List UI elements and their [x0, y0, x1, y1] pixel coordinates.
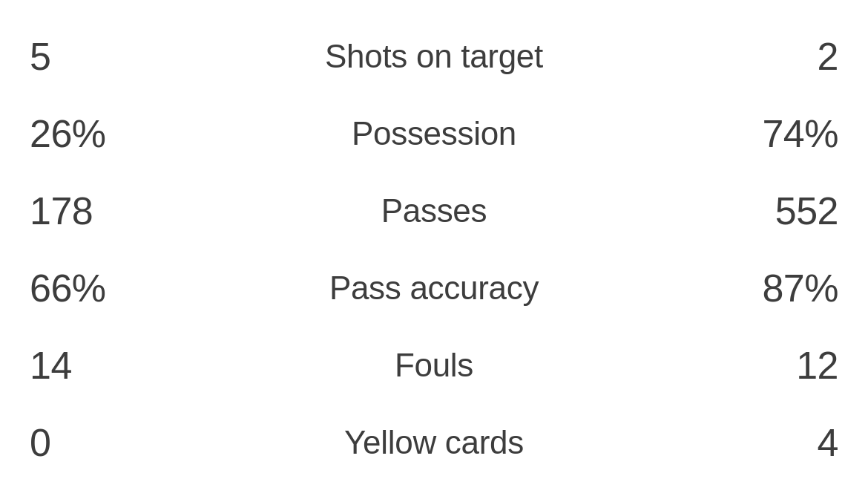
- stat-value-left-1: 26%: [30, 111, 178, 156]
- stat-label-5: Yellow cards: [178, 424, 690, 461]
- stat-value-left-2: 178: [30, 189, 178, 233]
- stat-row: 178Passes552: [30, 172, 838, 250]
- stat-row: 14Fouls12: [30, 327, 838, 404]
- stat-label-2: Passes: [178, 192, 690, 229]
- stat-label-0: Shots on target: [178, 38, 690, 75]
- stat-row: 66%Pass accuracy87%: [30, 250, 838, 327]
- stats-table: 5Shots on target226%Possession74%178Pass…: [0, 18, 868, 481]
- stat-value-left-3: 66%: [30, 266, 178, 310]
- stat-value-right-1: 74%: [690, 111, 838, 156]
- stat-value-right-4: 12: [690, 343, 838, 388]
- stat-value-right-0: 2: [690, 34, 838, 79]
- stat-value-right-5: 4: [690, 420, 838, 465]
- stat-row: 5Shots on target2: [30, 18, 838, 95]
- stat-value-right-3: 87%: [690, 266, 838, 310]
- stat-label-3: Pass accuracy: [178, 270, 690, 307]
- stat-value-left-0: 5: [30, 34, 178, 79]
- stat-label-4: Fouls: [178, 347, 690, 384]
- stat-value-left-5: 0: [30, 420, 178, 465]
- stat-row: 0Yellow cards4: [30, 404, 838, 481]
- stat-label-1: Possession: [178, 115, 690, 152]
- stat-value-right-2: 552: [690, 189, 838, 233]
- stat-row: 26%Possession74%: [30, 95, 838, 172]
- stat-value-left-4: 14: [30, 343, 178, 388]
